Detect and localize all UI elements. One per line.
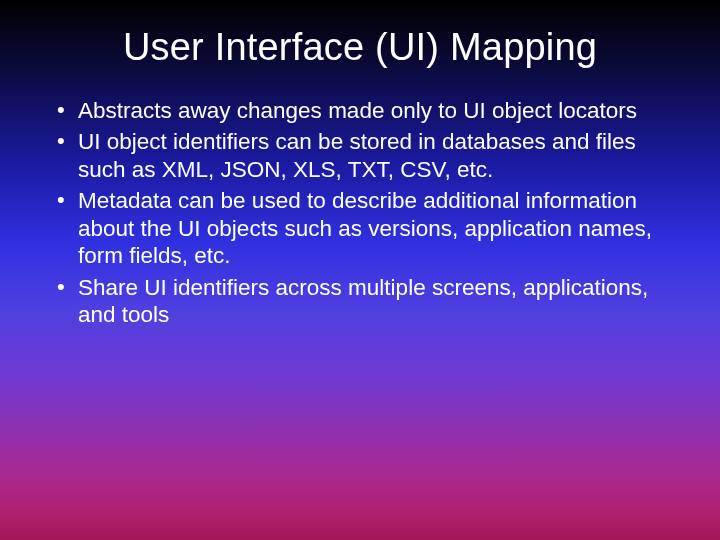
bullet-item: Metadata can be used to describe additio…	[54, 187, 672, 269]
slide: User Interface (UI) Mapping Abstracts aw…	[0, 0, 720, 540]
bullet-list: Abstracts away changes made only to UI o…	[54, 97, 672, 329]
bullet-item: Abstracts away changes made only to UI o…	[54, 97, 672, 124]
bullet-item: Share UI identifiers across multiple scr…	[54, 274, 672, 329]
bullet-item: UI object identifiers can be stored in d…	[54, 128, 672, 183]
slide-title: User Interface (UI) Mapping	[48, 20, 672, 69]
